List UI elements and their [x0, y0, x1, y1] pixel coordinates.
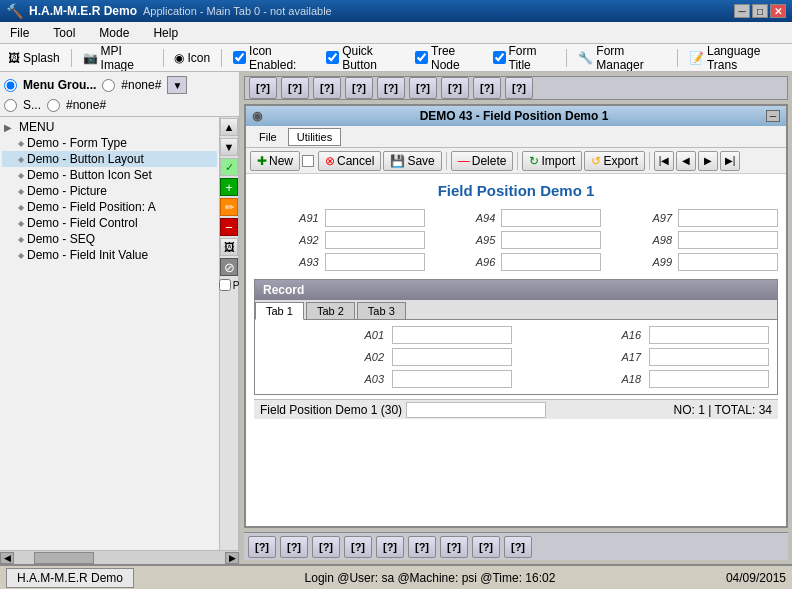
q-btn-8[interactable]: [?] — [473, 77, 501, 99]
tab-field-input-a03[interactable] — [392, 370, 512, 388]
nav-prev-btn[interactable]: ◀ — [676, 151, 696, 171]
q-btn-6[interactable]: [?] — [409, 77, 437, 99]
tree-item-label: Demo - Button Icon Set — [27, 168, 152, 182]
field-input-a94[interactable] — [501, 209, 601, 227]
new-button[interactable]: ✚ New — [250, 151, 300, 171]
q-btn-b5[interactable]: [?] — [376, 536, 404, 558]
menu-file[interactable]: File — [4, 24, 35, 42]
nav-last-btn[interactable]: ▶| — [720, 151, 740, 171]
tab-field-input-a16[interactable] — [649, 326, 769, 344]
inner-menu-utilities[interactable]: Utilities — [288, 128, 341, 146]
tree-item-button-icon-set[interactable]: ◆ Demo - Button Icon Set — [2, 167, 217, 183]
field-input-a93[interactable] — [325, 253, 425, 271]
q-btn-7[interactable]: [?] — [441, 77, 469, 99]
toolbar-icon[interactable]: ◉ Icon — [170, 49, 214, 67]
tree-item-field-init[interactable]: ◆ Demo - Field Init Value — [2, 247, 217, 263]
q-btn-b4[interactable]: [?] — [344, 536, 372, 558]
q-btn-2[interactable]: [?] — [281, 77, 309, 99]
q-btn-4[interactable]: [?] — [345, 77, 373, 99]
field-input-a92[interactable] — [325, 231, 425, 249]
toolbar-splash[interactable]: 🖼 Splash — [4, 49, 64, 67]
tab-3[interactable]: Tab 3 — [357, 302, 406, 319]
tab-field-input-a18[interactable] — [649, 370, 769, 388]
inner-menu-file[interactable]: File — [250, 128, 286, 146]
save-button[interactable]: 💾 Save — [383, 151, 441, 171]
q-btn-b6[interactable]: [?] — [408, 536, 436, 558]
menu-mode[interactable]: Mode — [93, 24, 135, 42]
tree-item-form-type[interactable]: ◆ Demo - Form Type — [2, 135, 217, 151]
cancel-button[interactable]: ⊗ Cancel — [318, 151, 381, 171]
toolbar: 🖼 Splash 📷 MPI Image ◉ Icon Icon Enabled… — [0, 44, 792, 72]
tab-field-input-a02[interactable] — [392, 348, 512, 366]
q-btn-b9[interactable]: [?] — [504, 536, 532, 558]
tab-1[interactable]: Tab 1 — [255, 302, 304, 320]
tree-item-menu[interactable]: ▶ MENU — [2, 119, 217, 135]
menu-tool[interactable]: Tool — [47, 24, 81, 42]
field-input-a95[interactable] — [501, 231, 601, 249]
s-radio[interactable] — [4, 99, 17, 112]
nav-first-btn[interactable]: |◀ — [654, 151, 674, 171]
tree-item-button-layout[interactable]: ◆ Demo - Button Layout — [2, 151, 217, 167]
icon-enabled-checkbox[interactable] — [233, 51, 246, 64]
new-checkbox[interactable] — [302, 155, 314, 167]
p-checkbox[interactable] — [219, 279, 231, 291]
delete-button[interactable]: — Delete — [451, 151, 514, 171]
form-title-checkbox[interactable] — [493, 51, 506, 64]
block-btn[interactable]: ⊘ — [220, 258, 238, 276]
tab-field-input-a17[interactable] — [649, 348, 769, 366]
scroll-right-btn[interactable]: ▶ — [225, 552, 239, 564]
picture-btn[interactable]: 🖼 — [220, 238, 238, 256]
q-btn-b3[interactable]: [?] — [312, 536, 340, 558]
minimize-button[interactable]: ─ — [734, 4, 750, 18]
remove-btn[interactable]: − — [220, 218, 238, 236]
tree-item-seq[interactable]: ◆ Demo - SEQ — [2, 231, 217, 247]
field-input-a91[interactable] — [325, 209, 425, 227]
group-dropdown-btn[interactable]: ▼ — [167, 76, 187, 94]
q-btn-1[interactable]: [?] — [249, 77, 277, 99]
app-name-button[interactable]: H.A.M-M.E.R Demo — [6, 568, 134, 588]
radio-row-1: Menu Grou... #none# ▼ — [4, 76, 235, 94]
field-input-a96[interactable] — [501, 253, 601, 271]
toolbar-mpi-image[interactable]: 📷 MPI Image — [79, 44, 156, 72]
field-input-a98[interactable] — [678, 231, 778, 249]
q-btn-b7[interactable]: [?] — [440, 536, 468, 558]
tree-item-field-control[interactable]: ◆ Demo - Field Control — [2, 215, 217, 231]
q-btn-3[interactable]: [?] — [313, 77, 341, 99]
import-button[interactable]: ↻ Import — [522, 151, 582, 171]
q-btn-b2[interactable]: [?] — [280, 536, 308, 558]
none-radio-1[interactable] — [102, 79, 115, 92]
cancel-icon: ⊗ — [325, 154, 335, 168]
add-btn[interactable]: + — [220, 178, 238, 196]
up-arrow-btn[interactable]: ▲ — [220, 118, 238, 136]
menu-group-label: Menu Grou... — [23, 78, 96, 92]
tree-node-checkbox[interactable] — [415, 51, 428, 64]
menu-group-radio[interactable] — [4, 79, 17, 92]
toolbar-form-manager[interactable]: 🔧 Form Manager — [574, 44, 670, 72]
scroll-left-btn[interactable]: ◀ — [0, 552, 14, 564]
toolbar-language[interactable]: 📝 Language Trans — [685, 44, 788, 72]
export-button[interactable]: ↺ Export — [584, 151, 645, 171]
q-btn-9[interactable]: [?] — [505, 77, 533, 99]
field-input-a97[interactable] — [678, 209, 778, 227]
quick-button-checkbox[interactable] — [326, 51, 339, 64]
tree-item-field-position-a[interactable]: ◆ Demo - Field Position: A — [2, 199, 217, 215]
none-radio-2[interactable] — [47, 99, 60, 112]
close-button[interactable]: ✕ — [770, 4, 786, 18]
horizontal-scrollbar[interactable]: ◀ ▶ — [0, 550, 239, 564]
field-input-a99[interactable] — [678, 253, 778, 271]
menu-help[interactable]: Help — [147, 24, 184, 42]
tab-field-input-a01[interactable] — [392, 326, 512, 344]
tab-2[interactable]: Tab 2 — [306, 302, 355, 319]
down-arrow-btn[interactable]: ▼ — [220, 138, 238, 156]
tree-item-picture[interactable]: ◆ Demo - Picture — [2, 183, 217, 199]
q-btn-b1[interactable]: [?] — [248, 536, 276, 558]
status-input[interactable] — [406, 402, 546, 418]
checkmark-btn[interactable]: ✓ — [220, 158, 238, 176]
edit-btn[interactable]: ✏ — [220, 198, 238, 216]
scroll-thumb[interactable] — [34, 552, 94, 564]
maximize-button[interactable]: □ — [752, 4, 768, 18]
nav-next-btn[interactable]: ▶ — [698, 151, 718, 171]
inner-minimize-btn[interactable]: ─ — [766, 110, 780, 122]
q-btn-b8[interactable]: [?] — [472, 536, 500, 558]
q-btn-5[interactable]: [?] — [377, 77, 405, 99]
